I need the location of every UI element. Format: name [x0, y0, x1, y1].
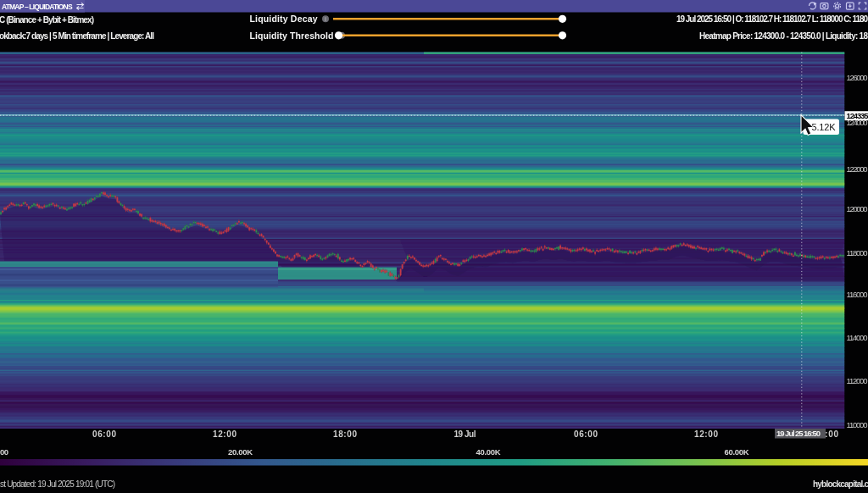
svg-text:114000: 114000: [847, 333, 868, 342]
svg-text:Liquidity Threshold: Liquidity Threshold: [250, 30, 334, 41]
svg-text:110000: 110000: [847, 420, 868, 429]
svg-text:06:00: 06:00: [92, 429, 116, 439]
svg-text:19 Jul 2025 16:50 | O: 118102.: 19 Jul 2025 16:50 | O: 118102.7 H: 11810…: [676, 14, 868, 24]
svg-text:st Updated: 19 Jul 2025 19:01: st Updated: 19 Jul 2025 19:01 (UTC): [0, 479, 115, 489]
svg-text:124335: 124335: [847, 111, 868, 120]
svg-text:Liquidity Decay: Liquidity Decay: [250, 14, 318, 24]
svg-text:12:00: 12:00: [213, 429, 236, 439]
svg-text:hyblockcapital.c: hyblockcapital.c: [813, 479, 868, 489]
svg-text:112000: 112000: [847, 376, 868, 385]
svg-text:19 Jul: 19 Jul: [454, 429, 476, 439]
svg-text:116000: 116000: [847, 290, 868, 299]
svg-text:118000: 118000: [847, 248, 868, 258]
svg-text:60.00K: 60.00K: [725, 447, 749, 457]
svg-text:00: 00: [0, 447, 8, 457]
svg-text:ATMAP – LIQUIDATIONS: ATMAP – LIQUIDATIONS: [2, 3, 73, 11]
svg-text:122000: 122000: [847, 164, 868, 174]
svg-text:18:00: 18:00: [333, 429, 357, 439]
svg-text:okback:7 days | 5 Min timefram: okback:7 days | 5 Min timeframe | Levera…: [0, 31, 154, 41]
svg-text:40.00K: 40.00K: [476, 447, 501, 457]
svg-text:5.12K: 5.12K: [812, 122, 837, 132]
svg-text:Heatmap Price: 124300.0 - 1243: Heatmap Price: 124300.0 - 124350.0 | Liq…: [699, 31, 868, 41]
svg-text:19 Jul 25 16:50: 19 Jul 25 16:50: [776, 429, 821, 438]
svg-text:i: i: [325, 16, 326, 22]
svg-text:12:00: 12:00: [694, 429, 718, 439]
svg-text:126000: 126000: [847, 73, 868, 82]
svg-text:C (Binance + Bybit + Bitmex): C (Binance + Bybit + Bitmex): [0, 15, 94, 25]
svg-text:120000: 120000: [847, 204, 868, 213]
svg-text:06:00: 06:00: [574, 429, 598, 439]
svg-text:20.00K: 20.00K: [228, 447, 253, 457]
